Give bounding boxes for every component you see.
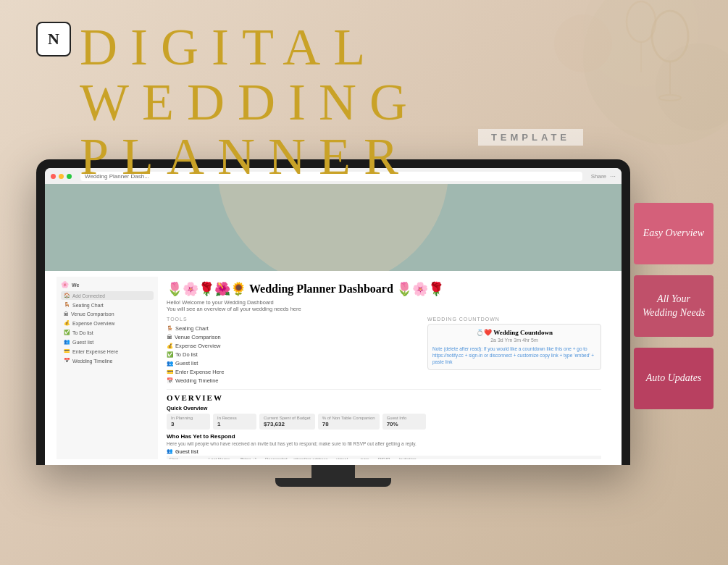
- card-in-planning: In Planning 3: [167, 414, 210, 430]
- two-column-layout: Tools 🪑 Seating Chart 🏛 Venue Comparison: [167, 317, 601, 385]
- sidebar-item-expense-entry[interactable]: 💳 Enter Expense Here: [61, 347, 154, 356]
- card-budget: Current Spent of Budget $73,632: [259, 414, 315, 430]
- sidebar-item-dashboard[interactable]: 🏠 Add Connected: [61, 291, 154, 300]
- main-title: DIGITAL WEDDING PLANNER: [80, 20, 583, 185]
- svg-rect-15: [132, 231, 190, 260]
- monitor-wrapper: Wedding Planner Dash... Share ⋯: [36, 159, 630, 487]
- overview-cards: In Planning 3 In Recess 1 Current Spent …: [167, 414, 601, 430]
- table-header: First Last Name Bring +1 Responded atten…: [167, 456, 601, 459]
- quick-overview-label: Quick Overview: [167, 405, 601, 411]
- nav-todo[interactable]: ✅ To Do list: [167, 350, 420, 359]
- tools-label: Tools: [167, 317, 420, 322]
- nav-seating[interactable]: 🪑 Seating Chart: [167, 324, 420, 332]
- upload-button[interactable]: Upload Photo: [577, 188, 616, 196]
- guest-table: First Last Name Bring +1 Responded atten…: [167, 456, 601, 459]
- card-in-recess: In Recess 1: [213, 414, 256, 430]
- sidebar-item-seating[interactable]: 🪑 Seating Chart: [61, 301, 154, 309]
- dashboard-title: 🌷🌸🌹🌺🌻 Wedding Planner Dashboard 🌷🌸🌹: [167, 281, 601, 297]
- nav-timeline[interactable]: 📅 Wedding Timeline: [167, 376, 420, 385]
- notion-main: 🌷🌸🌹🌺🌻 Wedding Planner Dashboard 🌷🌸🌹 Hell…: [158, 277, 610, 459]
- notion-sidebar: 🌸 We 🏠 Add Connected 🪑 Seating Chart: [57, 277, 158, 459]
- card-easy-overview: Easy Overview: [634, 203, 714, 264]
- expand-dot: [67, 174, 72, 179]
- main-title-block: DIGITAL WEDDING PLANNER: [80, 20, 583, 185]
- guest-subtitle: Here you will people who have received a…: [167, 441, 601, 446]
- close-dot: [51, 174, 56, 179]
- countdown-label: Wedding Countdown: [427, 317, 601, 322]
- wedding-photo-banner: Upload Photo: [45, 184, 622, 271]
- tools-column: Tools 🪑 Seating Chart 🏛 Venue Comparison: [167, 317, 420, 385]
- countdown-note: Note (delete after read): If you would l…: [432, 346, 596, 365]
- notion-icon: N: [36, 22, 71, 56]
- workspace-label: 🌸 We: [61, 281, 154, 288]
- svg-point-11: [277, 195, 320, 238]
- svg-rect-17: [422, 231, 480, 260]
- guest-list-label: 👥 Guest list: [167, 448, 601, 454]
- card-extra: Guest Info 70%: [382, 414, 426, 430]
- card-wedding-needs: All Your Wedding Needs: [634, 275, 714, 337]
- dashboard-subtitle: Hello! Welcome to your Wedding Dashboard…: [167, 299, 601, 312]
- svg-rect-9: [45, 184, 622, 271]
- nav-venue[interactable]: 🏛 Venue Comparison: [167, 332, 420, 341]
- svg-rect-18: [495, 231, 553, 260]
- sidebar-item-expense-overview[interactable]: 💰 Expense Overview: [61, 319, 154, 327]
- monitor: Wedding Planner Dash... Share ⋯: [36, 159, 630, 465]
- monitor-screen: Wedding Planner Dash... Share ⋯: [45, 168, 622, 465]
- svg-point-14: [324, 209, 346, 231]
- nav-expense-overview[interactable]: 💰 Expense Overview: [167, 341, 420, 350]
- guest-section: Who Has Yet to Respond Here you will peo…: [167, 433, 601, 459]
- nav-expense-entry[interactable]: 💳 Enter Expense Here: [167, 367, 420, 376]
- guest-title: Who Has Yet to Respond: [167, 433, 601, 440]
- template-badge: TEMPLATE: [478, 129, 583, 146]
- countdown-title: 💍❤️ Wedding Countdown: [432, 329, 596, 336]
- overview-section: OVERVIEW Quick Overview In Planning 3: [167, 389, 601, 459]
- svg-point-13: [271, 200, 297, 226]
- sidebar-item-timeline[interactable]: 📅 Wedding Timeline: [61, 356, 154, 365]
- card-auto-updates: Auto Updates: [634, 348, 714, 409]
- sidebar-item-todo[interactable]: ✅ To Do list: [61, 328, 154, 337]
- countdown-date: 2a 3d Yrn 3m 4hr 5m: [432, 338, 596, 343]
- svg-rect-10: [117, 227, 553, 271]
- svg-point-12: [297, 193, 329, 225]
- sidebar-item-venue[interactable]: 🏛 Venue Comparison: [61, 310, 154, 318]
- countdown-box: 💍❤️ Wedding Countdown 2a 3d Yrn 3m 4hr 5…: [427, 324, 601, 370]
- browser-share: Share: [591, 173, 606, 180]
- minimize-dot: [59, 174, 64, 179]
- feature-cards: Easy Overview All Your Wedding Needs Aut…: [634, 203, 714, 409]
- card-companion: % of Non Table Companion 78: [318, 414, 380, 430]
- nav-guest[interactable]: 👥 Guest list: [167, 359, 420, 367]
- overview-title: OVERVIEW: [167, 393, 601, 402]
- notion-content: 🌸 We 🏠 Add Connected 🪑 Seating Chart: [45, 271, 622, 465]
- countdown-column: Wedding Countdown 💍❤️ Wedding Countdown …: [427, 317, 601, 385]
- monitor-stand: [36, 465, 630, 487]
- svg-rect-16: [204, 231, 262, 260]
- browser-menu: ⋯: [610, 173, 616, 180]
- sidebar-item-guestlist[interactable]: 👥 Guest list: [61, 338, 154, 346]
